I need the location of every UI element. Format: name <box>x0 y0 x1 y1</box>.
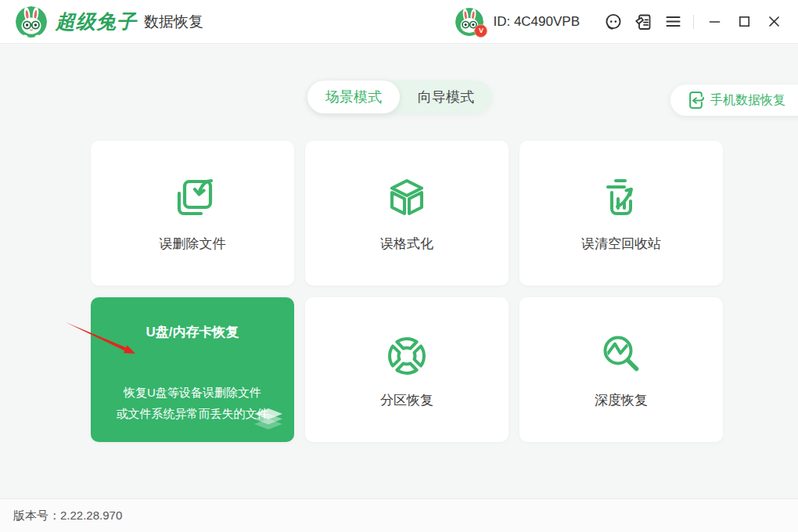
trash-restore-icon <box>596 174 646 225</box>
phone-recovery-label: 手机数据恢复 <box>710 92 785 109</box>
status-bar: 版本号：2.22.28.970 <box>0 498 798 532</box>
titlebar-divider <box>693 15 694 29</box>
card-label: 深度恢复 <box>595 391 648 409</box>
app-logo-rabbit-icon <box>16 6 47 38</box>
card-deep-recovery[interactable]: 深度恢复 <box>519 297 723 442</box>
card-partition-recovery[interactable]: 分区恢复 <box>305 297 509 442</box>
hamburger-menu-icon[interactable] <box>660 9 685 34</box>
card-description-line1: 恢复U盘等设备误删除文件 <box>124 386 261 399</box>
main-content: 场景模式 向导模式 手机数据恢复 <box>0 45 798 498</box>
tab-scene-mode[interactable]: 场景模式 <box>307 81 400 113</box>
phone-recovery-button[interactable]: 手机数据恢复 <box>670 84 798 116</box>
vip-badge: V <box>474 24 487 38</box>
card-description-line2: 或文件系统异常而丢失的文件 <box>117 407 269 420</box>
app-brand-name: 超级兔子 <box>56 9 137 34</box>
card-label: 误格式化 <box>380 235 433 253</box>
card-deleted-files[interactable]: 误删除文件 <box>91 141 294 286</box>
minimize-button[interactable] <box>702 9 727 34</box>
scene-card-grid: 误删除文件 误格式化 <box>91 141 723 442</box>
mode-tab-group: 场景模式 向导模式 <box>307 81 492 113</box>
partition-icon <box>382 331 432 381</box>
app-product-name: 数据恢复 <box>144 12 203 32</box>
customer-support-icon[interactable] <box>601 9 626 34</box>
card-usb-memory-card-recovery[interactable]: U盘/内存卡恢复 恢复U盘等设备误删除文件 或文件系统异常而丢失的文件 <box>91 297 294 442</box>
feedback-icon[interactable] <box>631 9 656 34</box>
app-window: 超级兔子 数据恢复 <box>0 0 798 532</box>
card-description: 恢复U盘等设备误删除文件 或文件系统异常而丢失的文件 <box>117 382 269 424</box>
file-restore-icon <box>167 174 217 225</box>
version-text: 版本号：2.22.28.970 <box>13 509 122 523</box>
card-formatted[interactable]: 误格式化 <box>305 141 509 286</box>
layers-icon <box>252 408 285 435</box>
title-bar: 超级兔子 数据恢复 <box>0 0 798 44</box>
card-title: U盘/内存卡恢复 <box>146 323 239 341</box>
tab-wizard-mode[interactable]: 向导模式 <box>400 81 492 113</box>
cube-icon <box>382 174 432 225</box>
maximize-button[interactable] <box>732 9 757 34</box>
phone-recovery-icon <box>687 90 704 110</box>
user-id: ID: 4C490VPB <box>493 14 580 30</box>
deep-scan-icon <box>596 331 646 381</box>
close-button[interactable] <box>761 9 786 34</box>
card-label: 误清空回收站 <box>581 235 661 253</box>
card-label: 误删除文件 <box>160 235 226 253</box>
card-label: 分区恢复 <box>380 391 433 409</box>
card-emptied-recycle-bin[interactable]: 误清空回收站 <box>519 141 723 286</box>
user-avatar[interactable]: V <box>455 8 483 36</box>
